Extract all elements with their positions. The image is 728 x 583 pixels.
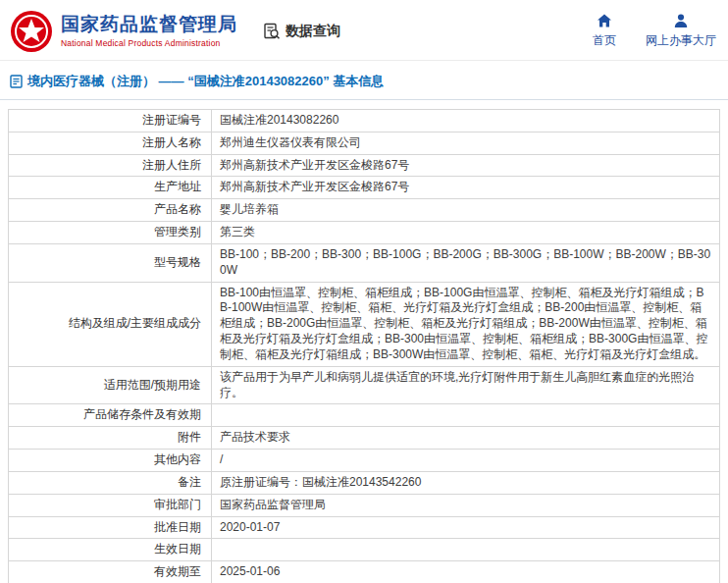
row-value: 原注册证编号：国械注准20143542260 — [212, 471, 720, 494]
row-label: 产品名称 — [9, 199, 212, 222]
table-row: 其他内容 / — [9, 450, 720, 472]
table-row: 注册人住所 郑州高新技术产业开发区金梭路67号 — [9, 154, 720, 177]
row-value: 产品技术要求 — [212, 427, 720, 450]
table-row: 审批部门 国家药品监督管理局 — [9, 494, 720, 516]
table-row: 注册证编号 国械注准20143082260 — [9, 110, 720, 132]
row-value: / — [212, 450, 720, 472]
nav-home-label: 首页 — [593, 32, 616, 49]
home-icon — [597, 13, 612, 28]
page-title: 境内医疗器械（注册） —— “国械注准20143082260” 基本信息 — [27, 73, 384, 90]
nav-home[interactable]: 首页 — [593, 13, 616, 49]
row-label: 注册人名称 — [9, 132, 212, 154]
row-label: 生效日期 — [9, 539, 212, 561]
row-label: 附件 — [9, 427, 212, 450]
row-value — [212, 404, 720, 427]
row-value: 国械注准20143082260 — [212, 110, 720, 132]
row-label: 备注 — [9, 471, 212, 494]
row-value: BB-100；BB-200；BB-300；BB-100G；BB-200G；BB-… — [212, 243, 720, 282]
row-value: 国家药品监督管理局 — [212, 494, 720, 516]
table-row: 结构及组成/主要组成成分 BB-100由恒温罩、控制柜、箱柜组成；BB-100G… — [9, 282, 720, 366]
row-value: 2025-01-06 — [212, 561, 720, 583]
row-value: 第三类 — [212, 222, 720, 244]
row-value: 郑州高新技术产业开发区金梭路67号 — [212, 177, 720, 199]
nav-service-hall-label: 网上办事大厅 — [646, 32, 716, 49]
row-value: 婴儿培养箱 — [212, 199, 720, 222]
table-row: 产品名称 婴儿培养箱 — [9, 199, 720, 222]
table-row: 注册人名称 郑州迪生仪器仪表有限公司 — [9, 132, 720, 154]
row-label: 审批部门 — [9, 494, 212, 516]
table-row: 附件 产品技术要求 — [9, 427, 720, 450]
table-row: 批准日期 2020-01-07 — [9, 516, 720, 539]
row-value: 该产品用于为早产儿和病弱儿提供适宜的环境,光疗灯附件用于新生儿高胆红素血症的光照… — [212, 366, 720, 404]
agency-name-en: National Medical Products Administration — [61, 38, 237, 48]
row-label: 注册证编号 — [9, 110, 212, 132]
table-row: 生效日期 — [9, 539, 720, 561]
site-header: 国家药品监督管理局 National Medical Products Admi… — [0, 0, 728, 61]
row-label: 管理类别 — [9, 222, 212, 244]
row-value — [212, 539, 720, 561]
row-label: 适用范围/预期用途 — [9, 366, 212, 404]
data-query-label: 数据查询 — [286, 23, 340, 40]
table-row: 产品储存条件及有效期 — [9, 404, 720, 427]
brand-home-link[interactable]: 国家药品监督管理局 National Medical Products Admi… — [10, 10, 237, 53]
row-value: 2020-01-07 — [212, 516, 720, 539]
row-label: 生产地址 — [9, 177, 212, 199]
nav-service-hall[interactable]: 网上办事大厅 — [646, 13, 716, 49]
row-label: 注册人住所 — [9, 154, 212, 177]
row-label: 结构及组成/主要组成成分 — [9, 282, 212, 366]
table-row: 备注 原注册证编号：国械注准20143542260 — [9, 471, 720, 494]
row-value: BB-100由恒温罩、控制柜、箱柜组成；BB-100G由恒温罩、控制柜、箱柜及光… — [212, 282, 720, 366]
table-row: 适用范围/预期用途 该产品用于为早产儿和病弱儿提供适宜的环境,光疗灯附件用于新生… — [9, 366, 720, 404]
nav-data-query[interactable]: 数据查询 — [263, 23, 340, 40]
registration-info-table: 注册证编号 国械注准20143082260 注册人名称 郑州迪生仪器仪表有限公司… — [8, 109, 720, 583]
page-title-bar: 境内医疗器械（注册） —— “国械注准20143082260” 基本信息 — [0, 61, 728, 100]
row-value: 郑州高新技术产业开发区金梭路67号 — [212, 154, 720, 177]
row-label: 其他内容 — [9, 450, 212, 472]
brand-text: 国家药品监督管理局 National Medical Products Admi… — [61, 14, 237, 48]
agency-name-cn: 国家药品监督管理局 — [61, 14, 237, 36]
user-icon — [673, 13, 689, 28]
document-icon — [10, 75, 23, 88]
row-label: 批准日期 — [9, 516, 212, 539]
table-row: 型号规格 BB-100；BB-200；BB-300；BB-100G；BB-200… — [9, 243, 720, 282]
table-row: 生产地址 郑州高新技术产业开发区金梭路67号 — [9, 177, 720, 199]
row-value: 郑州迪生仪器仪表有限公司 — [212, 132, 720, 154]
row-label: 型号规格 — [9, 243, 212, 282]
row-label: 产品储存条件及有效期 — [9, 404, 212, 427]
table-row: 有效期至 2025-01-06 — [9, 561, 720, 583]
nmpa-logo-icon — [10, 10, 53, 53]
row-label: 有效期至 — [9, 561, 212, 583]
data-query-icon — [263, 23, 281, 40]
table-row: 管理类别 第三类 — [9, 222, 720, 244]
